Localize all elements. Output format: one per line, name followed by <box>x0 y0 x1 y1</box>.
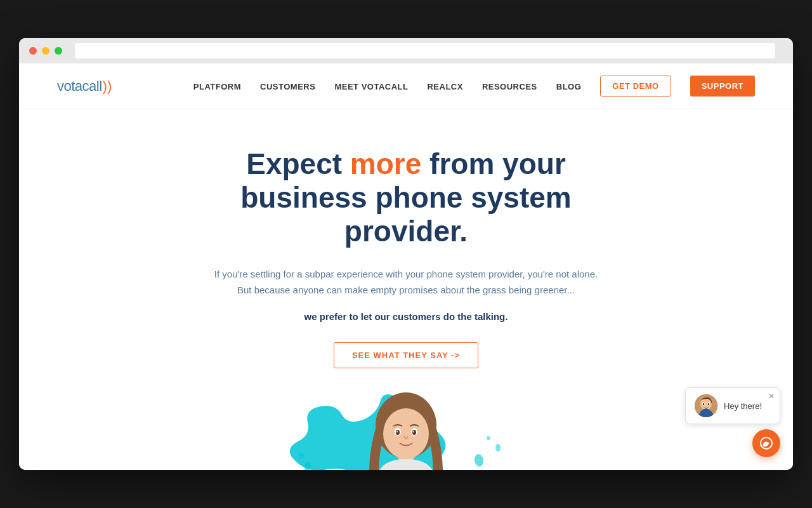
nav-item-support[interactable]: SUPPORT <box>690 76 755 97</box>
chat-icon <box>759 436 773 450</box>
chat-text: Hey there! <box>724 401 762 411</box>
page-content: votacall )) PLATFORM CUSTOMERS MEET VOTA… <box>19 64 793 470</box>
svg-point-4 <box>299 453 304 458</box>
logo[interactable]: votacall )) <box>57 78 112 95</box>
see-what-they-say-button[interactable]: SEE WHAT THEY SAY -> <box>334 342 478 368</box>
chat-bubble[interactable]: Hey there! ✕ <box>685 387 780 424</box>
nav-link-realcx[interactable]: REALCX <box>427 82 462 91</box>
nav-item-realcx[interactable]: REALCX <box>427 81 462 92</box>
browser-chrome <box>19 38 793 64</box>
close-button[interactable] <box>29 47 37 55</box>
hero-subtitle: If you're settling for a subpar experien… <box>209 266 603 298</box>
nav-link-meet-votacall[interactable]: MEET VOTACALL <box>334 82 408 91</box>
svg-point-20 <box>703 403 704 405</box>
nav-links: PLATFORM CUSTOMERS MEET VOTACALL REALCX … <box>193 76 755 97</box>
nav-item-customers[interactable]: CUSTOMERS <box>260 81 315 92</box>
chat-widget: Hey there! ✕ <box>685 387 780 457</box>
nav-item-get-demo[interactable]: GET DEMO <box>600 76 671 97</box>
hero-tagline: we prefer to let our customers do the ta… <box>44 311 768 322</box>
svg-point-13 <box>396 431 398 432</box>
navbar: votacall )) PLATFORM CUSTOMERS MEET VOTA… <box>19 64 793 109</box>
hero-heading-highlight: more <box>350 147 421 180</box>
person-figure <box>355 391 457 470</box>
logo-text: votacall <box>57 78 102 95</box>
close-icon[interactable]: ✕ <box>768 392 775 401</box>
get-demo-button[interactable]: GET DEMO <box>600 76 671 97</box>
svg-point-5 <box>487 436 490 440</box>
maximize-button[interactable] <box>55 47 62 55</box>
hero-heading-before: Expect <box>246 147 350 180</box>
svg-point-12 <box>412 430 416 435</box>
svg-point-11 <box>396 430 400 435</box>
browser-window: votacall )) PLATFORM CUSTOMERS MEET VOTA… <box>19 38 793 470</box>
chat-avatar <box>695 394 717 417</box>
nav-link-resources[interactable]: RESOURCES <box>482 82 537 91</box>
svg-point-8 <box>383 408 429 459</box>
nav-item-resources[interactable]: RESOURCES <box>482 81 537 92</box>
svg-point-14 <box>413 431 414 432</box>
address-bar[interactable] <box>75 43 775 58</box>
minimize-button[interactable] <box>42 47 49 55</box>
chat-open-button[interactable] <box>752 429 780 457</box>
nav-item-meet-votacall[interactable]: MEET VOTACALL <box>334 81 408 92</box>
nav-link-platform[interactable]: PLATFORM <box>193 82 241 91</box>
svg-point-2 <box>473 453 484 467</box>
hero-heading: Expect more from your business phone sys… <box>184 147 628 248</box>
support-button[interactable]: SUPPORT <box>690 76 755 97</box>
svg-point-21 <box>708 403 709 405</box>
svg-point-3 <box>495 444 501 451</box>
hero-section: Expect more from your business phone sys… <box>19 109 793 470</box>
nav-item-platform[interactable]: PLATFORM <box>193 81 241 92</box>
logo-waves: )) <box>103 78 112 95</box>
nav-link-customers[interactable]: CUSTOMERS <box>260 82 315 91</box>
nav-link-blog[interactable]: BLOG <box>556 82 582 91</box>
nav-item-blog[interactable]: BLOG <box>556 81 582 92</box>
